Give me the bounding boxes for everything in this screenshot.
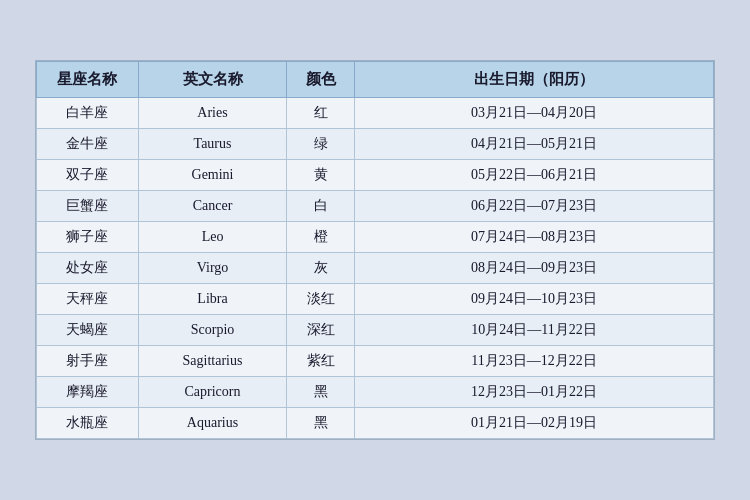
cell-chinese: 摩羯座: [37, 377, 139, 408]
cell-date: 11月23日—12月22日: [355, 346, 714, 377]
table-row: 双子座Gemini黄05月22日—06月21日: [37, 160, 714, 191]
table-row: 摩羯座Capricorn黑12月23日—01月22日: [37, 377, 714, 408]
cell-english: Aquarius: [138, 408, 287, 439]
cell-chinese: 白羊座: [37, 98, 139, 129]
cell-color: 黑: [287, 377, 355, 408]
cell-date: 12月23日—01月22日: [355, 377, 714, 408]
table-header-row: 星座名称 英文名称 颜色 出生日期（阳历）: [37, 62, 714, 98]
cell-color: 黑: [287, 408, 355, 439]
cell-color: 淡红: [287, 284, 355, 315]
cell-chinese: 射手座: [37, 346, 139, 377]
cell-english: Leo: [138, 222, 287, 253]
cell-color: 橙: [287, 222, 355, 253]
cell-english: Scorpio: [138, 315, 287, 346]
cell-chinese: 金牛座: [37, 129, 139, 160]
zodiac-table: 星座名称 英文名称 颜色 出生日期（阳历） 白羊座Aries红03月21日—04…: [36, 61, 714, 439]
cell-date: 10月24日—11月22日: [355, 315, 714, 346]
table-row: 射手座Sagittarius紫红11月23日—12月22日: [37, 346, 714, 377]
cell-date: 05月22日—06月21日: [355, 160, 714, 191]
cell-chinese: 水瓶座: [37, 408, 139, 439]
cell-date: 04月21日—05月21日: [355, 129, 714, 160]
cell-english: Capricorn: [138, 377, 287, 408]
cell-english: Cancer: [138, 191, 287, 222]
cell-english: Sagittarius: [138, 346, 287, 377]
header-color: 颜色: [287, 62, 355, 98]
table-row: 巨蟹座Cancer白06月22日—07月23日: [37, 191, 714, 222]
header-date: 出生日期（阳历）: [355, 62, 714, 98]
zodiac-table-container: 星座名称 英文名称 颜色 出生日期（阳历） 白羊座Aries红03月21日—04…: [35, 60, 715, 440]
cell-chinese: 处女座: [37, 253, 139, 284]
cell-date: 03月21日—04月20日: [355, 98, 714, 129]
cell-english: Aries: [138, 98, 287, 129]
header-chinese: 星座名称: [37, 62, 139, 98]
cell-english: Virgo: [138, 253, 287, 284]
cell-color: 白: [287, 191, 355, 222]
cell-chinese: 狮子座: [37, 222, 139, 253]
table-row: 金牛座Taurus绿04月21日—05月21日: [37, 129, 714, 160]
cell-date: 09月24日—10月23日: [355, 284, 714, 315]
cell-color: 黄: [287, 160, 355, 191]
header-english: 英文名称: [138, 62, 287, 98]
cell-color: 深红: [287, 315, 355, 346]
table-row: 天秤座Libra淡红09月24日—10月23日: [37, 284, 714, 315]
table-row: 处女座Virgo灰08月24日—09月23日: [37, 253, 714, 284]
cell-color: 紫红: [287, 346, 355, 377]
cell-date: 08月24日—09月23日: [355, 253, 714, 284]
cell-english: Libra: [138, 284, 287, 315]
cell-color: 灰: [287, 253, 355, 284]
cell-chinese: 天蝎座: [37, 315, 139, 346]
cell-date: 07月24日—08月23日: [355, 222, 714, 253]
cell-color: 绿: [287, 129, 355, 160]
table-row: 狮子座Leo橙07月24日—08月23日: [37, 222, 714, 253]
cell-chinese: 巨蟹座: [37, 191, 139, 222]
cell-chinese: 天秤座: [37, 284, 139, 315]
table-row: 天蝎座Scorpio深红10月24日—11月22日: [37, 315, 714, 346]
table-row: 水瓶座Aquarius黑01月21日—02月19日: [37, 408, 714, 439]
cell-date: 06月22日—07月23日: [355, 191, 714, 222]
cell-english: Gemini: [138, 160, 287, 191]
table-row: 白羊座Aries红03月21日—04月20日: [37, 98, 714, 129]
cell-date: 01月21日—02月19日: [355, 408, 714, 439]
cell-color: 红: [287, 98, 355, 129]
cell-english: Taurus: [138, 129, 287, 160]
cell-chinese: 双子座: [37, 160, 139, 191]
